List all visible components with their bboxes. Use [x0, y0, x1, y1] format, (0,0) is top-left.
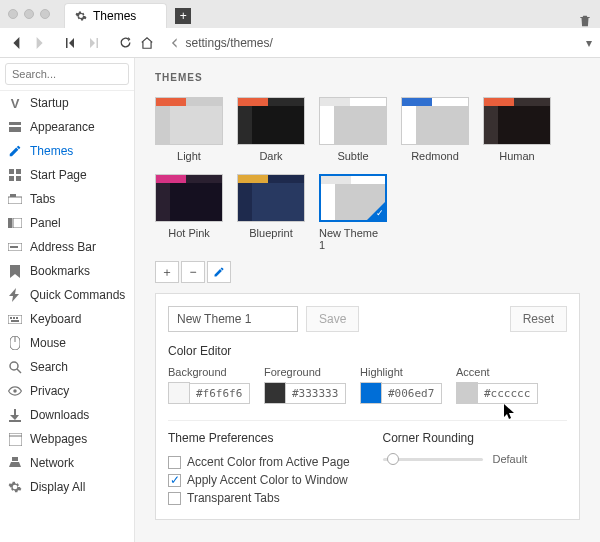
back-button[interactable] — [8, 34, 26, 52]
accent-hex-input[interactable] — [478, 383, 538, 404]
theme-name: Redmond — [411, 150, 459, 162]
maximize-window-button[interactable] — [40, 9, 50, 19]
tab-themes[interactable]: Themes — [64, 3, 167, 28]
sidebar-item-label: Bookmarks — [30, 264, 90, 278]
sidebar-item-label: Quick Commands — [30, 288, 125, 302]
sidebar-item-downloads[interactable]: Downloads — [0, 403, 134, 427]
sidebar-item-appearance[interactable]: Appearance — [0, 115, 134, 139]
sidebar-item-panel[interactable]: Panel — [0, 211, 134, 235]
sidebar-item-startup[interactable]: VStartup — [0, 91, 134, 115]
sidebar-item-bookmarks[interactable]: Bookmarks — [0, 259, 134, 283]
sidebar-item-search[interactable]: Search — [0, 355, 134, 379]
save-button[interactable]: Save — [306, 306, 359, 332]
background-swatch[interactable] — [168, 382, 190, 404]
tab-strip: Themes + — [64, 0, 600, 28]
home-button[interactable] — [138, 34, 156, 52]
rewind-button[interactable] — [62, 34, 80, 52]
close-window-button[interactable] — [8, 9, 18, 19]
theme-hot-pink[interactable]: Hot Pink — [155, 174, 223, 251]
sidebar-item-label: Startup — [30, 96, 69, 110]
pencil-icon — [8, 144, 22, 158]
minimize-window-button[interactable] — [24, 9, 34, 19]
sidebar-item-quick-commands[interactable]: Quick Commands — [0, 283, 134, 307]
svg-rect-12 — [8, 315, 22, 324]
theme-name: New Theme 1 — [319, 227, 387, 251]
address-dropdown-icon[interactable]: ▾ — [586, 36, 592, 50]
sidebar-item-start-page[interactable]: Start Page — [0, 163, 134, 187]
rounding-label: Default — [493, 453, 528, 465]
sidebar-item-label: Tabs — [30, 192, 55, 206]
background-hex-input[interactable] — [190, 383, 250, 404]
accent-swatch[interactable] — [456, 382, 478, 404]
pref-apply-accent-color-to-window[interactable]: ✓Apply Accent Color to Window — [168, 471, 353, 489]
panel-icon — [8, 216, 22, 230]
theme-blueprint[interactable]: Blueprint — [237, 174, 305, 251]
sidebar-item-address-bar[interactable]: Address Bar — [0, 235, 134, 259]
checkbox-icon — [168, 492, 181, 505]
pref-label: Accent Color from Active Page — [187, 455, 350, 469]
prefs-title: Theme Preferences — [168, 431, 353, 445]
sidebar-item-webpages[interactable]: Webpages — [0, 427, 134, 451]
sidebar-item-network[interactable]: Network — [0, 451, 134, 475]
foreground-label: Foreground — [264, 366, 346, 378]
net-icon — [8, 456, 22, 470]
highlight-label: Highlight — [360, 366, 442, 378]
theme-thumbnail — [319, 174, 387, 222]
V-icon: V — [8, 96, 22, 110]
highlight-swatch[interactable] — [360, 382, 382, 404]
theme-light[interactable]: Light — [155, 97, 223, 162]
sidebar-item-label: Display All — [30, 480, 85, 494]
sidebar-item-label: Webpages — [30, 432, 87, 446]
sidebar-item-label: Keyboard — [30, 312, 81, 326]
sidebar-item-display-all[interactable]: Display All — [0, 475, 134, 499]
new-tab-button[interactable]: + — [175, 8, 191, 24]
theme-dark[interactable]: Dark — [237, 97, 305, 162]
theme-new-theme-1[interactable]: New Theme 1 — [319, 174, 387, 251]
svg-rect-4 — [9, 176, 14, 181]
sidebar-item-mouse[interactable]: Mouse — [0, 331, 134, 355]
sidebar-item-label: Appearance — [30, 120, 95, 134]
sidebar-item-privacy[interactable]: Privacy — [0, 379, 134, 403]
foreground-swatch[interactable] — [264, 382, 286, 404]
sidebar-item-label: Address Bar — [30, 240, 96, 254]
address-input[interactable] — [185, 36, 586, 50]
reset-button[interactable]: Reset — [510, 306, 567, 332]
pref-accent-color-from-active-page[interactable]: Accent Color from Active Page — [168, 453, 353, 471]
selected-check-icon — [367, 202, 385, 220]
fast-forward-button[interactable] — [84, 34, 102, 52]
remove-theme-button[interactable]: − — [181, 261, 205, 283]
pref-transparent-tabs[interactable]: Transparent Tabs — [168, 489, 353, 507]
sidebar-item-keyboard[interactable]: Keyboard — [0, 307, 134, 331]
theme-thumbnail — [155, 97, 223, 145]
theme-name-input[interactable] — [168, 306, 298, 332]
theme-redmond[interactable]: Redmond — [401, 97, 469, 162]
add-theme-button[interactable]: ＋ — [155, 261, 179, 283]
themes-grid: LightDarkSubtleRedmondHumanHot PinkBluep… — [155, 97, 580, 251]
theme-subtle[interactable]: Subtle — [319, 97, 387, 162]
sidebar-item-tabs[interactable]: Tabs — [0, 187, 134, 211]
app-icon — [8, 120, 22, 134]
qc-icon — [8, 288, 22, 302]
corner-rounding-slider[interactable]: Default — [383, 453, 568, 465]
trash-icon[interactable] — [578, 14, 592, 28]
sidebar-item-themes[interactable]: Themes — [0, 139, 134, 163]
theme-thumbnail — [155, 174, 223, 222]
theme-thumbnail — [319, 97, 387, 145]
mouse-icon — [8, 336, 22, 350]
theme-name: Hot Pink — [168, 227, 210, 239]
svg-rect-5 — [16, 176, 21, 181]
edit-theme-button[interactable] — [207, 261, 231, 283]
checkbox-icon: ✓ — [168, 474, 181, 487]
search-input[interactable] — [5, 63, 129, 85]
sidebar-item-label: Network — [30, 456, 74, 470]
gear-icon — [75, 10, 87, 22]
sidebar-item-label: Downloads — [30, 408, 89, 422]
foreground-hex-input[interactable] — [286, 383, 346, 404]
highlight-hex-input[interactable] — [382, 383, 442, 404]
theme-human[interactable]: Human — [483, 97, 551, 162]
svg-point-21 — [13, 389, 17, 393]
cursor-icon — [504, 404, 517, 420]
reload-button[interactable] — [116, 34, 134, 52]
forward-button[interactable] — [30, 34, 48, 52]
address-bar[interactable]: ▾ — [170, 36, 592, 50]
